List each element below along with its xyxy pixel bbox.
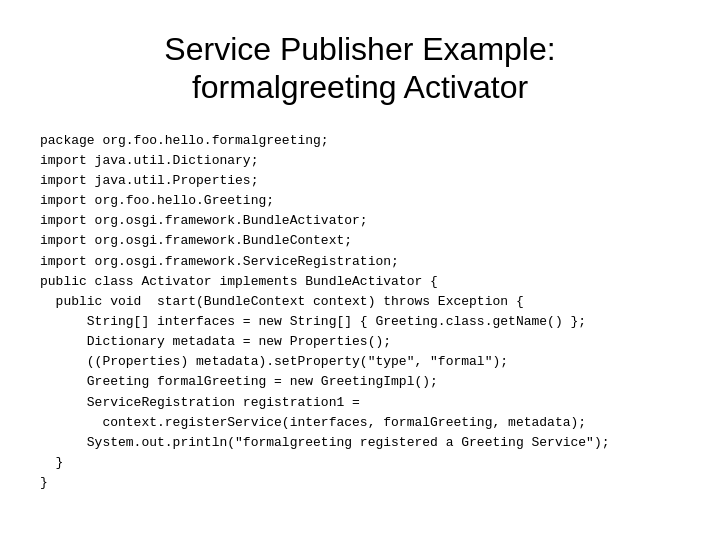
slide-container: Service Publisher Example: formalgreetin… [0,0,720,540]
code-line: import java.util.Properties; [40,171,680,191]
code-line: ServiceRegistration registration1 = [40,393,680,413]
code-line: import java.util.Dictionary; [40,151,680,171]
code-section: package org.foo.hello.formalgreeting;imp… [40,131,680,510]
code-line: import org.osgi.framework.BundleContext; [40,231,680,251]
title-section: Service Publisher Example: formalgreetin… [40,30,680,107]
code-line: public class Activator implements Bundle… [40,272,680,292]
code-line: context.registerService(interfaces, form… [40,413,680,433]
code-line: String[] interfaces = new String[] { Gre… [40,312,680,332]
code-line: ((Properties) metadata).setProperty("typ… [40,352,680,372]
code-line: import org.osgi.framework.BundleActivato… [40,211,680,231]
code-line: public void start(BundleContext context)… [40,292,680,312]
code-line: Greeting formalGreeting = new GreetingIm… [40,372,680,392]
code-line: import org.osgi.framework.ServiceRegistr… [40,252,680,272]
title-sub: formalgreeting Activator [40,68,680,106]
code-line: System.out.println("formalgreeting regis… [40,433,680,453]
title-main: Service Publisher Example: [40,30,680,68]
code-line: import org.foo.hello.Greeting; [40,191,680,211]
code-line: } [40,453,680,473]
code-line: Dictionary metadata = new Properties(); [40,332,680,352]
code-line: package org.foo.hello.formalgreeting; [40,131,680,151]
code-line: } [40,473,680,493]
